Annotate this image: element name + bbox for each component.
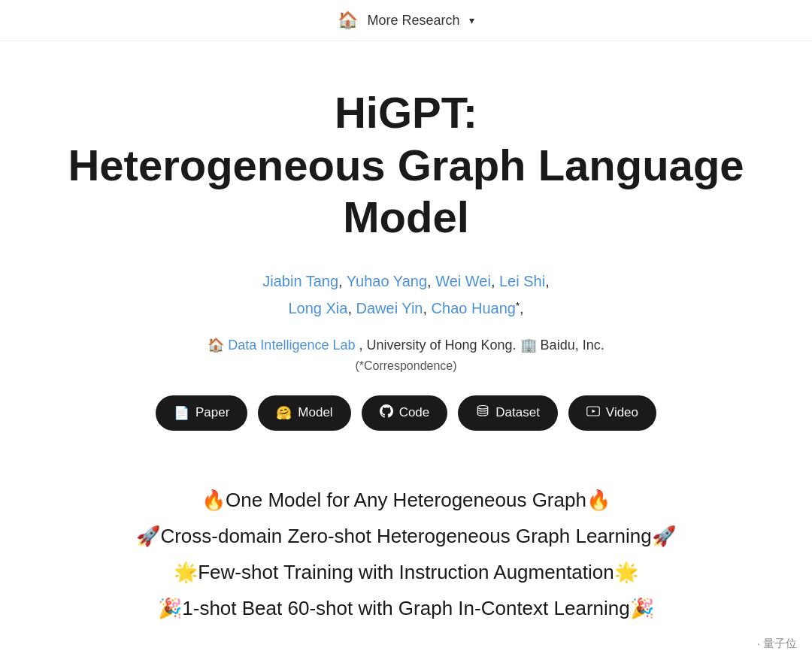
action-buttons: 📄 Paper 🤗 Model Code [156,395,656,431]
author-jiabin-tang[interactable]: Jiabin Tang [262,273,338,289]
author-wei-wei[interactable]: Wei Wei [435,273,491,289]
authors-section: Jiabin Tang, Yuhao Yang, Wei Wei, Lei Sh… [262,268,549,322]
author-long-xia[interactable]: Long Xia [288,300,347,316]
svg-point-0 [478,405,489,409]
affiliation-icon2: 🏢 [520,338,537,353]
affiliation-icon1: 🏠 [208,338,224,353]
paper-icon: 📄 [174,405,189,421]
feature-highlights: 🔥One Model for Any Heterogeneous Graph🔥 … [30,483,782,625]
model-button-label: Model [298,405,332,420]
model-icon: 🤗 [276,405,292,421]
code-button-label: Code [399,405,430,420]
paper-button-label: Paper [195,405,229,420]
affiliation-text1: , University of Hong Kong. [359,338,520,353]
main-content: HiGPT: Heterogeneous Graph Language Mode… [0,41,812,655]
feature-1: 🔥One Model for Any Heterogeneous Graph🔥 [201,483,611,516]
feature-3: 🌟Few-shot Training with Instruction Augm… [174,556,638,589]
dataset-button[interactable]: Dataset [458,395,558,431]
paper-button[interactable]: 📄 Paper [156,395,247,431]
correspondence-note: (*Correspondence) [355,359,456,373]
correspondence-text: (*Correspondence) [355,359,456,372]
model-button[interactable]: 🤗 Model [258,395,350,431]
home-icon[interactable]: 🏠 [338,11,358,30]
authors-row1: Jiabin Tang, Yuhao Yang, Wei Wei, Lei Sh… [262,268,549,295]
dataset-button-label: Dataset [495,405,540,420]
more-research-label[interactable]: More Research [367,13,459,29]
dataset-icon [476,404,489,422]
feature-2: 🚀Cross-domain Zero-shot Heterogeneous Gr… [136,519,675,552]
video-button-label: Video [606,405,638,420]
affiliation-text2: Baidu, Inc. [541,338,604,353]
title-line2: Heterogeneous Graph Language Model [30,139,782,244]
top-navigation: 🏠 More Research ▾ [0,0,812,41]
svg-marker-2 [592,410,595,413]
paper-title: HiGPT: Heterogeneous Graph Language Mode… [30,86,782,244]
data-intelligence-lab-link[interactable]: Data Intelligence Lab [228,338,355,353]
github-icon [380,404,393,422]
author-dawei-yin[interactable]: Dawei Yin [356,300,423,316]
video-button[interactable]: Video [568,395,656,431]
video-icon [586,404,600,422]
title-line1: HiGPT: [30,86,782,139]
watermark-text: · 量子位 [757,637,797,651]
feature-4: 🎉1-shot Beat 60-shot with Graph In-Conte… [158,592,653,625]
author-yuhao-yang[interactable]: Yuhao Yang [347,273,427,289]
affiliations: 🏠 Data Intelligence Lab , University of … [208,337,604,353]
author-lei-shi[interactable]: Lei Shi [499,273,545,289]
chevron-down-icon[interactable]: ▾ [469,14,474,26]
code-button[interactable]: Code [362,395,448,431]
author-chao-huang[interactable]: Chao Huang [432,300,516,316]
watermark: · 量子位 [757,637,797,651]
authors-row2: Long Xia, Dawei Yin, Chao Huang*, [262,295,549,322]
